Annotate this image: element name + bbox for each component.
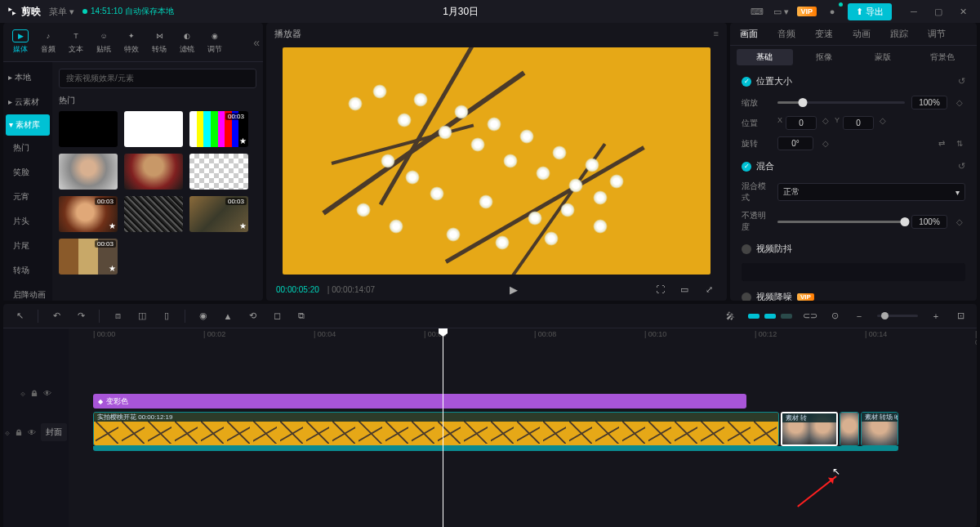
prop-tab-2[interactable]: 变速	[805, 23, 843, 45]
time-ruler[interactable]: | 00:00| 00:02| 00:04| 00:06| 00:08| 00:…	[69, 328, 977, 343]
delete-left-icon[interactable]: ◫	[136, 310, 149, 323]
flip-v-icon[interactable]: ⇅	[954, 139, 965, 148]
shortcut-icon[interactable]: ⌨	[748, 4, 766, 19]
magnet-icon[interactable]: ⊂⊃	[804, 310, 817, 323]
reverse-icon[interactable]: ⟲	[246, 310, 259, 323]
fx-lock-icon[interactable]: ⟐	[20, 389, 25, 398]
subcat[interactable]: 转场	[3, 258, 52, 283]
media-thumb-2[interactable]: 00:03★	[189, 111, 248, 147]
vid-lock-icon[interactable]: ⟐	[5, 428, 10, 437]
reset-pos-icon[interactable]: ↺	[958, 76, 965, 87]
minimize-button[interactable]: ─	[903, 4, 924, 19]
media-thumb-9[interactable]: 00:03★	[59, 239, 118, 275]
playhead[interactable]	[443, 328, 443, 527]
fullscreen-icon[interactable]: ⤢	[701, 284, 717, 295]
cat-active[interactable]: ▾ 素材库	[6, 114, 50, 136]
vid-eye-icon[interactable]: 👁︎	[28, 428, 36, 437]
opacity-slider[interactable]	[777, 221, 905, 223]
media-thumb-4[interactable]	[124, 154, 183, 190]
collapse-icon[interactable]: «	[253, 36, 260, 49]
search-input[interactable]: 搜索视频效果/元素	[59, 69, 256, 88]
reset-blend-icon[interactable]: ↺	[958, 161, 965, 172]
opacity-value[interactable]: 100%	[911, 215, 947, 229]
video-clip-1[interactable]: 实拍樱桃开花 00:00:12:19	[93, 412, 779, 446]
sub-tab-2[interactable]: 蒙版	[855, 49, 911, 65]
subcat[interactable]: 片头	[3, 209, 52, 234]
crop-icon[interactable]: ◻	[270, 310, 283, 323]
subcat[interactable]: 热门	[3, 136, 52, 160]
tool-tab-7[interactable]: ◉调节	[201, 29, 229, 55]
rotation-value[interactable]: 0°	[777, 136, 813, 150]
media-thumb-1[interactable]	[124, 111, 183, 147]
prop-tab-4[interactable]: 跟踪	[880, 23, 918, 45]
sub-tab-1[interactable]: 抠像	[796, 49, 853, 65]
scale-keyframe-icon[interactable]: ◇	[954, 98, 965, 107]
vip-badge[interactable]: VIP	[797, 7, 817, 16]
cat-本地[interactable]: ▸ 本地	[3, 65, 52, 90]
prop-tab-1[interactable]: 音频	[768, 23, 805, 45]
sub-tab-3[interactable]: 背景色	[915, 49, 971, 65]
track-toggles[interactable]	[748, 314, 792, 319]
subcat[interactable]: 元宵	[3, 185, 52, 209]
opacity-keyframe-icon[interactable]: ◇	[954, 217, 965, 226]
tool-tab-0[interactable]: ▶媒体	[7, 29, 34, 55]
prop-tab-3[interactable]: 动画	[843, 23, 880, 45]
media-thumb-8[interactable]: 00:03★	[189, 196, 248, 232]
media-thumb-6[interactable]: 00:03★	[59, 196, 118, 232]
media-thumb-5[interactable]	[189, 154, 248, 190]
split-icon[interactable]: ⧈	[111, 310, 124, 323]
check-enhance[interactable]	[742, 293, 751, 301]
blendmode-select[interactable]: 正常▾	[777, 183, 965, 201]
ratio-icon[interactable]: ▭	[676, 284, 693, 295]
scale-slider[interactable]	[777, 101, 905, 104]
pos-y-value[interactable]: 0	[843, 116, 874, 130]
video-clip-3[interactable]	[840, 412, 859, 446]
sub-tab-0[interactable]: 基础	[737, 49, 793, 65]
main-menu[interactable]: 菜单 ▾	[49, 6, 74, 18]
media-thumb-3[interactable]	[59, 154, 118, 190]
delete-right-icon[interactable]: ▯	[160, 310, 173, 323]
zoom-out-icon[interactable]: −	[853, 310, 866, 323]
check-blend[interactable]: ✓	[742, 162, 751, 172]
subcat[interactable]: 笑脸	[3, 160, 52, 185]
play-button[interactable]: ▶	[506, 284, 522, 296]
pos-y-keyframe-icon[interactable]: ◇	[877, 116, 889, 130]
notification-icon[interactable]: ●	[823, 4, 841, 19]
check-pos-size[interactable]: ✓	[742, 77, 751, 87]
cat-云素材[interactable]: ▸ 云素材	[3, 90, 52, 114]
media-thumb-0[interactable]	[59, 111, 118, 147]
flip-h-icon[interactable]: ⇄	[936, 139, 947, 148]
layout-icon[interactable]: ▭ ▾	[773, 4, 791, 19]
pos-x-keyframe-icon[interactable]: ◇	[820, 116, 831, 130]
preview-menu-icon[interactable]: ≡	[714, 29, 719, 38]
cover-button[interactable]: 封面	[41, 423, 67, 441]
freeze-icon[interactable]: ▲	[221, 310, 234, 323]
tool-tab-6[interactable]: ◐滤镜	[173, 29, 201, 55]
effect-clip[interactable]: 变彩色	[93, 394, 746, 409]
prop-tab-0[interactable]: 画面	[730, 23, 768, 45]
zoom-fit-icon[interactable]: ⊡	[954, 310, 967, 323]
tool-tab-1[interactable]: ♪音频	[34, 29, 62, 55]
tool-tab-2[interactable]: T文本	[62, 29, 90, 55]
video-clip-4[interactable]: 素材 转场 哈哈哈大笑 00	[861, 412, 898, 446]
tool-tab-4[interactable]: ✦特效	[118, 29, 145, 55]
pos-x-value[interactable]: 0	[786, 116, 817, 130]
video-clip-2-selected[interactable]: 素材 转	[781, 412, 838, 446]
media-thumb-7[interactable]	[124, 196, 183, 232]
audio-waveform[interactable]	[93, 446, 898, 451]
subcat[interactable]: 启降动画	[3, 283, 52, 301]
zoom-in-icon[interactable]: +	[929, 310, 942, 323]
timeline-tracks[interactable]: | 00:00| 00:02| 00:04| 00:06| 00:08| 00:…	[69, 328, 977, 527]
zoom-slider[interactable]	[877, 315, 918, 317]
preview-viewport[interactable]	[283, 47, 710, 275]
undo-icon[interactable]: ↶	[50, 310, 63, 323]
prop-tab-5[interactable]: 调节	[918, 23, 956, 45]
select-tool-icon[interactable]: ↖	[13, 310, 26, 323]
subcat[interactable]: 片尾	[3, 234, 52, 258]
mirror-icon[interactable]: ⧉	[295, 310, 308, 323]
scale-value[interactable]: 100%	[911, 96, 947, 109]
tool-tab-3[interactable]: ☺贴纸	[90, 29, 118, 55]
mic-icon[interactable]: 🎤︎	[724, 310, 737, 323]
fx-vis-icon[interactable]: 🔒︎	[30, 389, 38, 398]
maximize-button[interactable]: ▢	[928, 4, 949, 19]
